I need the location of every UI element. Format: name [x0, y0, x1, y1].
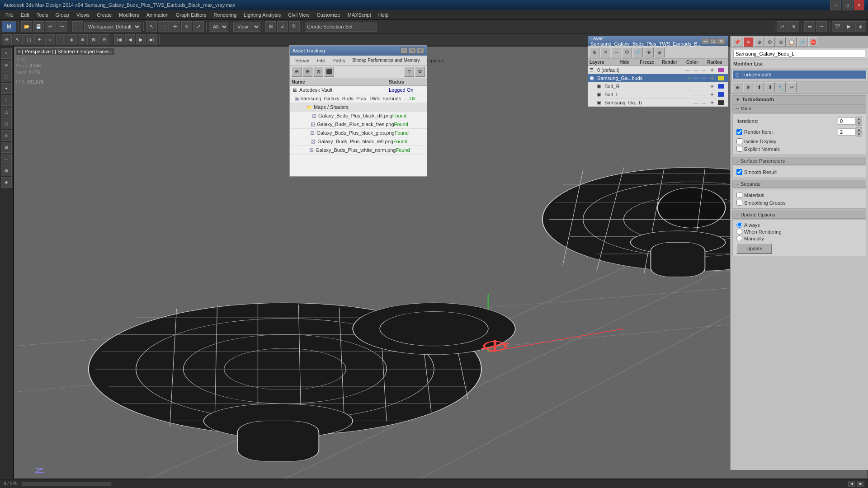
redo-btn[interactable]: ↪	[57, 21, 67, 32]
iterations-input[interactable]	[838, 117, 856, 125]
menu-customize[interactable]: Customize	[313, 11, 344, 19]
scale-btn[interactable]: ⤢	[193, 21, 204, 32]
iterations-down-btn[interactable]: ▼	[856, 121, 862, 126]
tb2-nav3[interactable]: ▶	[136, 34, 146, 45]
snap-btn[interactable]: ⊞	[265, 21, 276, 32]
layer-delete-btn[interactable]: ✕	[600, 47, 610, 57]
asset-row-vault[interactable]: 🏛 Autodesk Vault Logged On	[290, 86, 427, 94]
angle-snap-btn[interactable]: ∠	[277, 21, 288, 32]
props-btn-link[interactable]: 🔗	[797, 37, 807, 47]
close-button[interactable]: ✕	[854, 0, 864, 10]
asset-row-img4[interactable]: 🖼 Galaxy_Buds_Plus_black_refl.png Found	[290, 137, 427, 146]
asset-menu-bitmap[interactable]: Bitmap Performance and Memory	[349, 57, 424, 64]
layer-row-samsung2[interactable]: ▣ Samsung_Ga...b — — ◈	[588, 99, 728, 107]
status-nav-back[interactable]: ◀	[848, 481, 855, 487]
select-region-btn[interactable]: ⬚	[158, 21, 169, 32]
menu-file[interactable]: File	[2, 11, 17, 19]
menu-civil[interactable]: Civil View	[284, 11, 313, 19]
tb2-btn9[interactable]: ⊠	[89, 34, 99, 45]
layer-link-btn[interactable]: 🔗	[633, 47, 643, 57]
left-tool-9[interactable]: ⊞	[1, 142, 12, 153]
render-iters-up-btn[interactable]: ▲	[856, 127, 862, 132]
asset-close-btn[interactable]: ✕	[417, 47, 424, 54]
view-dropdown[interactable]: View	[233, 22, 260, 32]
layer-view-btn[interactable]: 👁	[644, 47, 654, 57]
layer-row-budr[interactable]: ▣ Bud_R — — ◈	[588, 82, 728, 90]
left-tool-2[interactable]: ⊕	[1, 60, 12, 70]
asset-menu-server[interactable]: Server	[292, 57, 313, 64]
menu-lighting[interactable]: Lighting Analysis	[240, 11, 284, 19]
isoline-checkbox[interactable]	[736, 138, 742, 144]
filter-dropdown[interactable]: All	[209, 22, 228, 32]
left-tool-6[interactable]: △	[1, 107, 12, 117]
props-mod-btn5[interactable]: 🔧	[776, 82, 786, 92]
iterations-up-btn[interactable]: ▲	[856, 117, 862, 121]
explicit-normals-checkbox[interactable]	[736, 146, 742, 152]
layer-row-budl[interactable]: ▣ Bud_L — — ◈	[588, 90, 728, 99]
update-section-header[interactable]: ─ Update Options	[732, 211, 866, 219]
asset-minimize-btn[interactable]: ─	[401, 47, 408, 54]
left-tool-3[interactable]: ⬚	[1, 71, 12, 82]
menu-tools[interactable]: Tools	[33, 11, 52, 19]
left-tool-11[interactable]: ⊠	[1, 165, 12, 176]
main-section-header[interactable]: ─ Main	[732, 104, 866, 113]
open-btn[interactable]: 📂	[21, 21, 32, 32]
surface-section-header[interactable]: ─ Surface Parameters	[732, 157, 866, 165]
tb2-nav2[interactable]: ◀	[125, 34, 135, 45]
layer-row-default[interactable]: ☰ 0 (default) — — — ◈	[588, 66, 728, 74]
menu-edit[interactable]: Edit	[17, 11, 33, 19]
left-tool-10[interactable]: ↔	[1, 154, 12, 164]
props-mod-btn6[interactable]: ✂	[787, 82, 797, 92]
tb2-btn4[interactable]: ✦	[34, 34, 44, 45]
update-manually-radio[interactable]	[736, 235, 742, 241]
menu-views[interactable]: Views	[73, 11, 93, 19]
props-btn-add[interactable]: ⊕	[754, 37, 764, 47]
save-btn[interactable]: 💾	[33, 21, 44, 32]
new-btn[interactable]: M	[2, 21, 16, 32]
asset-btn-4[interactable]: ⬛	[324, 67, 334, 77]
props-btn-settings[interactable]: ⚙	[765, 37, 775, 47]
minimize-button[interactable]: ─	[830, 0, 841, 10]
asset-row-img3[interactable]: 🖼 Galaxy_Buds_Plus_black_glos.png Found	[290, 129, 427, 137]
render-setup-btn[interactable]: 🎬	[832, 21, 843, 32]
props-mod-btn3[interactable]: ⬆	[754, 82, 764, 92]
asset-menu-file[interactable]: File	[313, 57, 329, 64]
props-btn-pin[interactable]: 📌	[732, 37, 742, 47]
left-tool-7[interactable]: ⬡	[1, 118, 12, 129]
undo-btn[interactable]: ↩	[45, 21, 56, 32]
materials-checkbox[interactable]	[736, 192, 742, 198]
asset-row-img1[interactable]: 🖼 Galaxy_Buds_Plus_black_dif.png Found	[290, 112, 427, 120]
tb2-btn6[interactable]: ⬛	[56, 34, 66, 45]
rotate-btn[interactable]: ↻	[181, 21, 192, 32]
layer-row-samsung[interactable]: ▣ Samsung_Ga...buds ✓ — — ◈	[588, 74, 728, 82]
left-tool-8[interactable]: ≋	[1, 130, 12, 141]
props-btn-unlink[interactable]: ⛔	[808, 37, 818, 47]
update-rendering-radio[interactable]	[736, 229, 742, 235]
move-btn[interactable]: ✛	[170, 21, 180, 32]
status-nav-forward[interactable]: ▶	[857, 481, 864, 487]
layer-add-btn[interactable]: ⊕	[590, 47, 599, 57]
left-tool-4[interactable]: ✦	[1, 83, 12, 94]
props-btn-paste[interactable]: 📋	[787, 37, 797, 47]
render-btn[interactable]: ▶	[844, 21, 854, 32]
tb2-btn10[interactable]: ⊟	[99, 34, 109, 45]
maximize-button[interactable]: □	[842, 0, 853, 10]
props-btn-copy[interactable]: ⧉	[776, 37, 786, 47]
mirror-btn[interactable]: ⇄	[777, 21, 788, 32]
align-btn[interactable]: ≡	[788, 21, 799, 32]
asset-menu-paths[interactable]: Paths	[329, 57, 349, 64]
layers-close-btn[interactable]: ✕	[717, 38, 726, 45]
props-name-input[interactable]	[733, 50, 865, 58]
modifier-turbosmooth[interactable]: ⬡ TurboSmooth	[733, 70, 866, 79]
selection-set-input[interactable]	[305, 22, 377, 32]
asset-table-body[interactable]: 🏛 Autodesk Vault Logged On ▣ Samsung_Gal…	[290, 86, 427, 176]
tb2-btn7[interactable]: ◈	[67, 34, 77, 45]
tb2-btn8[interactable]: ≋	[78, 34, 88, 45]
tb2-btn5[interactable]: ○	[45, 34, 55, 45]
asset-btn-settings[interactable]: ⚙	[415, 67, 425, 77]
asset-row-model[interactable]: ▣ Samsung_Galaxy_Buds_Plus_TWS_Earbuds_.…	[290, 94, 427, 103]
percent-snap-btn[interactable]: %	[289, 21, 300, 32]
asset-row-folder[interactable]: 📁 Maps / Shaders	[290, 103, 427, 112]
asset-btn-1[interactable]: ⊕	[292, 67, 302, 77]
props-mod-btn4[interactable]: ⬇	[765, 82, 775, 92]
